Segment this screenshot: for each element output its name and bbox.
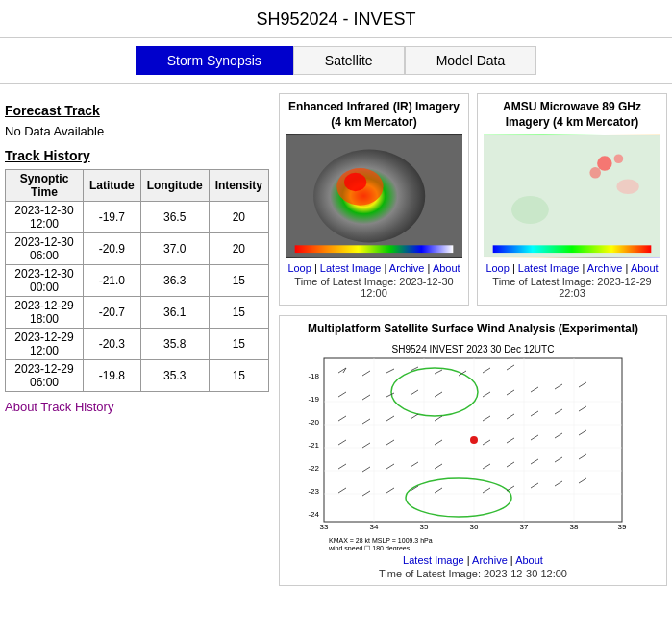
wind-analysis-links: Latest Image | Archive | About	[286, 554, 660, 566]
amsu-imagery-time: Time of Latest Image: 2023-12-29 22:03	[484, 276, 660, 299]
forecast-track-title: Forecast Track	[5, 103, 269, 118]
amsu-latest-link[interactable]: Latest Image	[518, 262, 580, 274]
table-row: 2023-12-30 12:00-19.736.520	[6, 202, 269, 233]
svg-point-3	[344, 173, 366, 191]
cell-lon: 36.5	[140, 202, 209, 233]
track-history-title: Track History	[5, 148, 269, 163]
ir-archive-link[interactable]: Archive	[389, 262, 425, 274]
wind-analysis-box: Multiplatform Satellite Surface Wind Ana…	[279, 315, 667, 586]
cell-time: 2023-12-29 12:00	[6, 329, 84, 360]
ir-imagery-title: Enhanced Infrared (IR) Imagery (4 km Mer…	[286, 100, 462, 130]
col-header-time: Synoptic Time	[6, 170, 84, 202]
cell-lat: -19.7	[84, 202, 141, 233]
amsu-imagery-box: AMSU Microwave 89 GHz Imagery (4 km Merc…	[477, 93, 667, 306]
about-track-history-link[interactable]: About Track History	[5, 400, 113, 414]
no-data-text: No Data Available	[5, 124, 269, 138]
cell-lat: -20.7	[84, 297, 141, 329]
amsu-archive-link[interactable]: Archive	[587, 262, 623, 274]
cell-lon: 35.8	[140, 329, 209, 360]
track-history-table: Synoptic Time Latitude Longitude Intensi…	[5, 169, 269, 392]
wind-latest-link[interactable]: Latest Image	[403, 554, 464, 566]
svg-text:38: 38	[570, 523, 579, 531]
cell-time: 2023-12-30 12:00	[6, 202, 84, 233]
amsu-imagery-title: AMSU Microwave 89 GHz Imagery (4 km Merc…	[484, 100, 660, 130]
svg-rect-4	[295, 246, 454, 254]
wind-analysis-title: Multiplatform Satellite Surface Wind Ana…	[286, 322, 660, 335]
wind-analysis-time: Time of Latest Image: 2023-12-30 12:00	[286, 568, 660, 579]
wind-chart: SH9524 INVEST 2023 30 Dec 12UTC -24 -23 …	[286, 339, 660, 550]
cell-intensity: 15	[209, 329, 268, 360]
svg-point-9	[589, 167, 601, 179]
ir-imagery-time: Time of Latest Image: 2023-12-30 12:00	[286, 276, 462, 299]
col-header-lat: Latitude	[84, 170, 141, 202]
cell-lat: -20.3	[84, 329, 141, 360]
cell-time: 2023-12-30 06:00	[6, 233, 84, 265]
amsu-loop-link[interactable]: Loop	[485, 262, 509, 274]
svg-text:39: 39	[618, 523, 627, 531]
svg-text:-18: -18	[308, 372, 319, 380]
cell-time: 2023-12-29 06:00	[6, 360, 84, 392]
svg-text:KMAX = 28 kt MSLP = 1009.3 hPa: KMAX = 28 kt MSLP = 1009.3 hPa	[329, 537, 433, 544]
ir-about-link[interactable]: About	[433, 262, 460, 274]
cell-lat: -21.0	[84, 265, 141, 297]
svg-text:36: 36	[470, 523, 479, 531]
table-row: 2023-12-30 00:00-21.036.315	[6, 265, 269, 297]
svg-point-100	[470, 436, 478, 444]
cell-intensity: 15	[209, 265, 268, 297]
cell-intensity: 15	[209, 297, 268, 329]
cell-lat: -19.8	[84, 360, 141, 392]
left-panel: Forecast Track No Data Available Track H…	[5, 93, 279, 586]
svg-text:-21: -21	[308, 441, 319, 450]
svg-text:SH9524   INVEST   2023 30 Dec : SH9524 INVEST 2023 30 Dec 12UTC	[392, 344, 555, 355]
imagery-row: Enhanced Infrared (IR) Imagery (4 km Mer…	[279, 93, 667, 306]
svg-rect-6	[484, 135, 660, 257]
right-panel: Enhanced Infrared (IR) Imagery (4 km Mer…	[279, 93, 667, 586]
cell-lon: 36.1	[140, 297, 209, 329]
cell-lon: 37.0	[140, 233, 209, 265]
cell-lat: -20.9	[84, 233, 141, 265]
ir-imagery-image	[286, 134, 462, 258]
ir-loop-link[interactable]: Loop	[287, 262, 311, 274]
svg-text:-22: -22	[308, 464, 319, 473]
svg-text:wind speed ☐ 180 degrees: wind speed ☐ 180 degrees	[328, 545, 411, 550]
cell-time: 2023-12-30 00:00	[6, 265, 84, 297]
tab-model-data[interactable]: Model Data	[405, 46, 537, 75]
ir-imagery-links: Loop | Latest Image | Archive | About	[286, 262, 462, 274]
tab-satellite[interactable]: Satellite	[293, 46, 405, 75]
amsu-about-link[interactable]: About	[631, 262, 659, 274]
svg-point-8	[614, 155, 624, 164]
svg-point-11	[511, 196, 549, 224]
svg-text:-20: -20	[308, 418, 319, 427]
svg-text:-19: -19	[308, 395, 319, 404]
svg-text:34: 34	[370, 523, 379, 531]
table-row: 2023-12-29 06:00-19.835.315	[6, 360, 269, 392]
table-row: 2023-12-29 18:00-20.736.115	[6, 297, 269, 329]
ir-imagery-box: Enhanced Infrared (IR) Imagery (4 km Mer…	[279, 93, 469, 306]
main-content: Forecast Track No Data Available Track H…	[0, 84, 672, 596]
cell-time: 2023-12-29 18:00	[6, 297, 84, 329]
ir-latest-link[interactable]: Latest Image	[320, 262, 382, 274]
col-header-intensity: Intensity	[209, 170, 268, 202]
cell-intensity: 20	[209, 202, 268, 233]
cell-intensity: 20	[209, 233, 268, 265]
amsu-imagery-image	[484, 134, 660, 258]
table-row: 2023-12-29 12:00-20.335.815	[6, 329, 269, 360]
svg-text:35: 35	[420, 523, 429, 531]
wind-archive-link[interactable]: Archive	[472, 554, 508, 566]
svg-text:33: 33	[320, 523, 329, 531]
amsu-imagery-links: Loop | Latest Image | Archive | About	[484, 262, 660, 274]
svg-point-7	[597, 157, 611, 171]
svg-rect-12	[493, 246, 652, 254]
cell-intensity: 15	[209, 360, 268, 392]
page-title: SH952024 - INVEST	[0, 0, 672, 38]
svg-text:-23: -23	[308, 487, 319, 496]
wind-about-link[interactable]: About	[515, 554, 543, 566]
tab-bar: Storm Synopsis Satellite Model Data	[0, 38, 672, 84]
cell-lon: 35.3	[140, 360, 209, 392]
svg-point-10	[616, 180, 638, 194]
cell-lon: 36.3	[140, 265, 209, 297]
svg-text:37: 37	[520, 523, 529, 531]
svg-text:-24: -24	[308, 510, 319, 519]
tab-storm-synopsis[interactable]: Storm Synopsis	[136, 46, 293, 75]
col-header-lon: Longitude	[140, 170, 209, 202]
